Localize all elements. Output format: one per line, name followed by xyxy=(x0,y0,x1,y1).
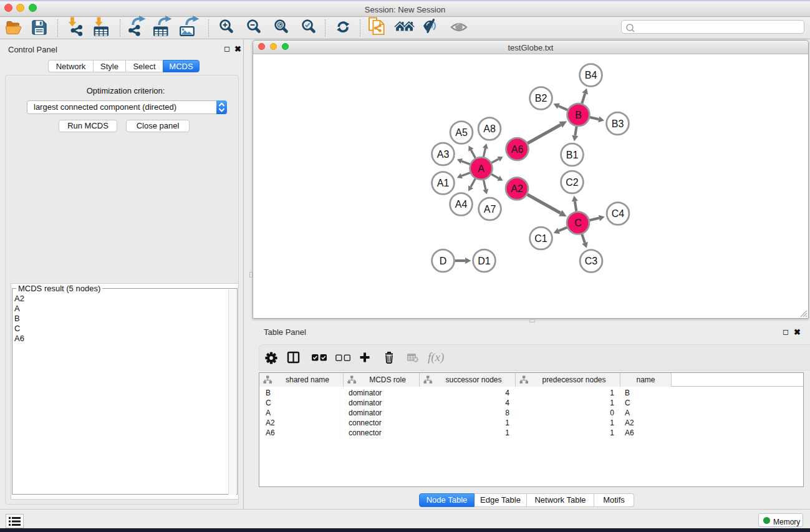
svg-text:f(x): f(x) xyxy=(428,351,444,364)
svg-text:A6: A6 xyxy=(511,144,524,155)
svg-text:A3: A3 xyxy=(437,149,450,160)
svg-text:B1: B1 xyxy=(566,150,579,160)
svg-text:C4: C4 xyxy=(612,208,625,219)
svg-text:B3: B3 xyxy=(612,118,624,129)
svg-text:D: D xyxy=(440,256,447,266)
svg-text:B2: B2 xyxy=(535,93,547,104)
svg-text:A7: A7 xyxy=(484,204,496,215)
svg-text:B: B xyxy=(575,110,582,120)
svg-text:C3: C3 xyxy=(585,256,598,266)
svg-text:A8: A8 xyxy=(483,123,496,134)
svg-text:A4: A4 xyxy=(455,199,468,210)
svg-text:C1: C1 xyxy=(534,233,547,244)
svg-text:A2: A2 xyxy=(511,183,523,194)
svg-text:C: C xyxy=(574,218,582,228)
svg-text:B4: B4 xyxy=(585,70,597,80)
svg-text:A: A xyxy=(478,163,485,174)
svg-text:A1: A1 xyxy=(437,178,450,188)
svg-text:A5: A5 xyxy=(455,127,468,138)
svg-text:C2: C2 xyxy=(566,177,579,188)
svg-text:D1: D1 xyxy=(478,256,491,266)
